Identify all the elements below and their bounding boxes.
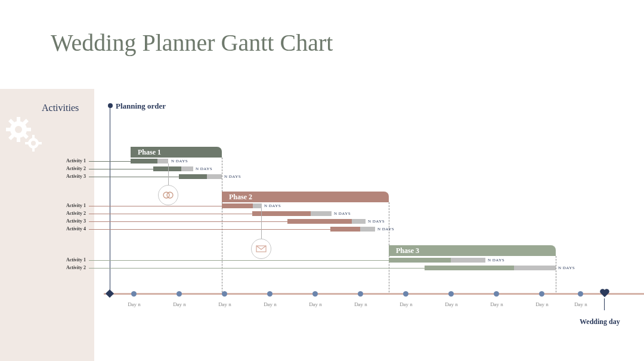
- activity-bar-ext: [352, 219, 366, 224]
- gantt-chart: Phase 1 Activity 1 N DAYS Activity 2 N D…: [59, 101, 644, 316]
- svg-point-16: [163, 192, 169, 198]
- row-line: [89, 221, 287, 222]
- activity-bar-ext: [311, 211, 332, 216]
- timeline-label: Day n: [394, 301, 418, 307]
- timeline-label: Day n: [485, 301, 509, 307]
- timeline-tick: [358, 291, 363, 297]
- activity-label: Activity 2: [59, 265, 86, 270]
- activity-bar: [287, 219, 352, 224]
- duration-label: N DAYS: [334, 211, 351, 216]
- heart-icon: [599, 288, 610, 298]
- timeline-start-marker: [106, 289, 114, 298]
- timeline-label: Day n: [349, 301, 373, 307]
- phase-bar-3: Phase 3: [389, 245, 556, 256]
- timeline-base: [104, 293, 644, 295]
- page-title: Wedding Planner Gantt Chart: [51, 29, 333, 57]
- row-line: [89, 214, 252, 214]
- activity-label: Activity 3: [59, 218, 86, 224]
- duration-label: N DAYS: [558, 266, 575, 270]
- activity-bar: [179, 174, 207, 179]
- timeline-label: Day n: [122, 301, 146, 307]
- row-line: [89, 161, 131, 162]
- svg-rect-14: [25, 142, 29, 144]
- phase1-end-line: [222, 158, 222, 292]
- activity-bar-ext: [207, 174, 222, 179]
- timeline-label: Day n: [213, 301, 237, 307]
- timeline-label: Day n: [168, 301, 191, 307]
- activity-bar: [131, 159, 157, 163]
- activity-bar: [222, 203, 253, 208]
- svg-rect-3: [17, 136, 20, 142]
- activity-bar-ext: [451, 258, 485, 263]
- activity-label: Activity 2: [59, 211, 86, 216]
- activity-bar: [425, 266, 514, 270]
- row-line: [89, 206, 222, 206]
- wedding-day-label: Wedding day: [580, 317, 620, 326]
- activity-label: Activity 4: [59, 226, 86, 232]
- activity-bar-ext: [360, 227, 375, 232]
- timeline-tick: [131, 291, 137, 297]
- activity-bar: [389, 258, 451, 263]
- timeline-label: Day n: [569, 301, 593, 307]
- activity-bar-ext: [181, 166, 193, 171]
- activity-label: Activity 2: [59, 166, 86, 171]
- rings-icon: [158, 185, 178, 205]
- activity-label: Activity 1: [59, 257, 86, 263]
- timeline-label: Day n: [530, 301, 554, 307]
- activity-bar: [153, 166, 181, 171]
- activity-label: Activity 1: [59, 158, 86, 163]
- connector: [168, 163, 169, 186]
- duration-label: N DAYS: [264, 203, 281, 208]
- svg-rect-2: [17, 117, 20, 123]
- envelope-icon: [251, 239, 271, 259]
- timeline-tick: [578, 291, 583, 297]
- timeline-tick: [403, 291, 408, 297]
- duration-label: N DAYS: [488, 258, 504, 263]
- svg-point-1: [15, 126, 22, 133]
- svg-point-11: [31, 141, 36, 146]
- activity-bar-ext: [514, 266, 556, 270]
- wedding-day-line: [604, 298, 605, 310]
- activity-label: Activity 1: [59, 203, 86, 208]
- phase-label: Phase 2: [229, 193, 252, 201]
- activity-label: Activity 3: [59, 174, 86, 179]
- svg-rect-15: [38, 142, 42, 144]
- activity-bar-ext: [253, 203, 262, 208]
- duration-label: N DAYS: [196, 166, 212, 171]
- row-line: [89, 260, 389, 261]
- connector: [261, 208, 262, 240]
- svg-rect-12: [32, 135, 35, 138]
- timeline-tick: [312, 291, 318, 297]
- timeline-label: Day n: [439, 301, 463, 307]
- timeline-tick: [448, 291, 454, 297]
- timeline-tick: [494, 291, 499, 297]
- svg-point-17: [167, 192, 173, 198]
- timeline-label: Day n: [258, 301, 282, 307]
- timeline-label: Day n: [304, 301, 327, 307]
- svg-rect-13: [32, 148, 35, 152]
- phase-bar-1: Phase 1: [131, 147, 222, 158]
- phase-bar-2: Phase 2: [222, 192, 389, 202]
- activity-bar-ext: [157, 159, 168, 163]
- timeline-tick: [267, 291, 273, 297]
- duration-label: N DAYS: [368, 219, 385, 224]
- phase-label: Phase 3: [396, 246, 419, 255]
- duration-label: N DAYS: [171, 159, 188, 163]
- svg-rect-5: [25, 128, 31, 131]
- row-line: [89, 229, 330, 230]
- timeline-tick: [222, 291, 227, 297]
- phase3-end-line: [556, 256, 556, 292]
- svg-rect-4: [6, 128, 12, 131]
- start-line: [110, 105, 110, 292]
- activity-bar: [330, 227, 360, 232]
- row-line: [89, 268, 425, 269]
- timeline-tick: [177, 291, 182, 297]
- duration-label: N DAYS: [377, 227, 394, 232]
- gears-icon: [4, 115, 45, 159]
- timeline: Day n Day n Day n Day n Day n Day n Day …: [59, 291, 644, 315]
- duration-label: N DAYS: [224, 174, 241, 179]
- row-line: [89, 169, 153, 169]
- timeline-tick: [539, 291, 544, 297]
- phase-label: Phase 1: [138, 148, 161, 156]
- row-line: [89, 177, 179, 177]
